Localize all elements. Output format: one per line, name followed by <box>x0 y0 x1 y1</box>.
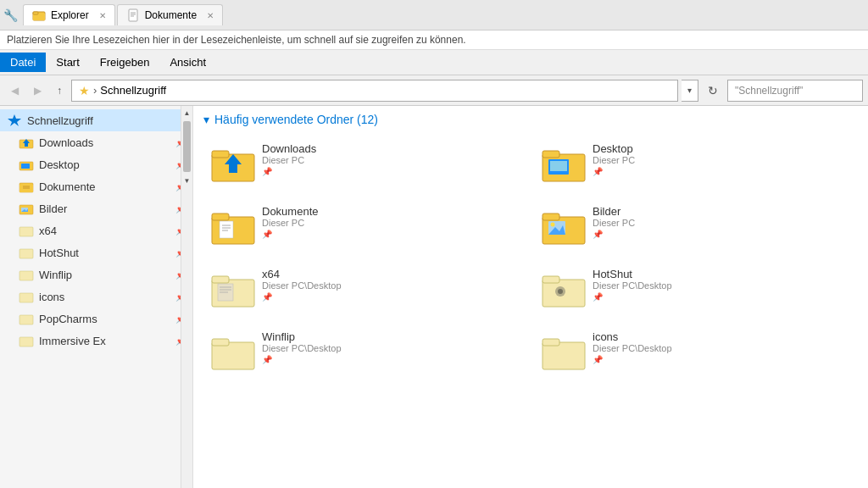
tab-dokumente[interactable]: Dokumente ✕ <box>117 4 223 25</box>
folder-item-winflip[interactable]: Winflip Dieser PC\Desktop 📌 <box>203 324 527 380</box>
folder-bilder-path: Dieser PC <box>593 218 635 228</box>
address-path[interactable]: ★ › Schnellzugriff <box>71 80 678 102</box>
folder-item-dokumente[interactable]: Dokumente Dieser PC 📌 <box>203 199 527 255</box>
folder-icons-icon <box>542 330 586 374</box>
back-button[interactable]: ◀ <box>5 81 25 100</box>
sidebar-item-dokumente[interactable]: Dokumente 📌 <box>0 175 192 197</box>
folder-x64-pin: 📌 <box>262 292 342 302</box>
folder-downloads-path: Dieser PC <box>262 155 316 165</box>
sidebar-item-winflip[interactable]: Winflip 📌 <box>0 263 192 286</box>
menu-start[interactable]: Start <box>46 53 89 72</box>
sidebar-item-hotshut[interactable]: HotShut 📌 <box>0 241 192 263</box>
menu-bar: Datei Start Freigeben Ansicht <box>0 50 868 75</box>
svg-marker-7 <box>8 114 21 126</box>
content-area: ▾ Häufig verwendete Ordner (12) Download… <box>193 106 868 488</box>
menu-freigeben-label: Freigeben <box>100 56 150 69</box>
sidebar-item-downloads[interactable]: Downloads 📌 <box>0 131 192 153</box>
path-separator: › <box>93 84 97 97</box>
svg-rect-24 <box>19 337 33 347</box>
svg-rect-53 <box>212 342 254 369</box>
sidebar-item-schnellzugriff[interactable]: Schnellzugriff <box>0 109 192 131</box>
refresh-button[interactable]: ↻ <box>702 80 724 101</box>
x64-icon <box>19 223 34 238</box>
hotshut-icon <box>19 245 34 260</box>
folder-dokumente-info: Dokumente Dieser PC 📌 <box>262 205 318 239</box>
sidebar-x64-label: x64 <box>39 225 57 237</box>
search-placeholder: "Schnellzugriff" <box>735 85 803 97</box>
sidebar-popcharms-label: PopCharms <box>39 313 97 325</box>
folder-downloads-name: Downloads <box>262 142 316 155</box>
folder-x64-info: x64 Dieser PC\Desktop 📌 <box>262 268 342 302</box>
folder-downloads-pin: 📌 <box>262 167 316 176</box>
folder-icons-info: icons Dieser PC\Desktop 📌 <box>593 330 672 364</box>
folder-item-hotshut[interactable]: HotShut Dieser PC\Desktop 📌 <box>534 262 858 318</box>
sidebar-item-immersive[interactable]: Immersive Ex 📌 <box>0 330 192 352</box>
address-dropdown[interactable]: ▾ <box>682 80 698 102</box>
folder-desktop-path: Dieser PC <box>593 155 635 165</box>
svg-rect-21 <box>19 271 33 280</box>
dokumente-folder-icon <box>19 179 34 194</box>
wrench-icon: 🔧 <box>3 8 18 22</box>
forward-button[interactable]: ▶ <box>28 81 47 100</box>
menu-datei-label: Datei <box>10 56 36 69</box>
folder-icons-name: icons <box>593 330 672 343</box>
tab-dokumente-close[interactable]: ✕ <box>207 11 214 20</box>
folder-icons-path: Dieser PC\Desktop <box>593 343 672 353</box>
folder-downloads-icon <box>211 142 255 186</box>
folder-item-downloads[interactable]: Downloads Dieser PC 📌 <box>203 136 527 192</box>
sidebar-item-icons[interactable]: icons 📌 <box>0 286 192 308</box>
svg-rect-50 <box>542 276 559 283</box>
svg-rect-2 <box>33 12 38 14</box>
folder-item-icons[interactable]: icons Dieser PC\Desktop 📌 <box>534 324 858 380</box>
folder-bilder-name: Bilder <box>593 205 635 218</box>
svg-rect-11 <box>21 164 30 169</box>
svg-rect-33 <box>212 214 229 220</box>
folder-x64-path: Dieser PC\Desktop <box>262 280 342 291</box>
folder-desktop-name: Desktop <box>593 142 635 155</box>
sidebar-item-bilder[interactable]: Bilder 📌 <box>0 197 192 219</box>
scroll-down-button[interactable]: ▼ <box>181 174 192 187</box>
folder-bilder-icon <box>542 205 586 249</box>
scroll-up-button[interactable]: ▲ <box>181 106 192 119</box>
up-button[interactable]: ↑ <box>51 81 68 100</box>
svg-point-52 <box>558 289 563 294</box>
folder-x64-name: x64 <box>262 268 342 280</box>
search-box[interactable]: "Schnellzugriff" <box>727 80 863 102</box>
sidebar-item-x64[interactable]: x64 📌 <box>0 219 192 241</box>
folder-hotshut-pin: 📌 <box>593 292 672 302</box>
folder-desktop-pin: 📌 <box>593 167 635 176</box>
sidebar-scrollbar[interactable]: ▲ ▼ <box>181 106 192 488</box>
sidebar-schnellzugriff-label: Schnellzugriff <box>27 114 93 127</box>
folder-item-x64[interactable]: x64 Dieser PC\Desktop 📌 <box>203 262 527 318</box>
svg-rect-34 <box>220 221 233 238</box>
menu-datei[interactable]: Datei <box>0 53 46 72</box>
sidebar-item-popcharms[interactable]: PopCharms 📌 <box>0 308 192 330</box>
folder-winflip-info: Winflip Dieser PC\Desktop 📌 <box>262 330 342 364</box>
menu-start-label: Start <box>56 56 79 69</box>
folder-dokumente-path: Dieser PC <box>262 218 318 228</box>
sidebar-desktop-label: Desktop <box>39 158 80 171</box>
folder-hotshut-name: HotShut <box>593 268 672 280</box>
folder-item-bilder[interactable]: Bilder Dieser PC 📌 <box>534 199 858 255</box>
downloads-icon <box>19 135 34 150</box>
folder-desktop-icon <box>542 142 586 186</box>
sidebar-item-desktop[interactable]: Desktop 📌 <box>0 153 192 175</box>
folder-item-desktop[interactable]: Desktop Dieser PC 📌 <box>534 136 858 192</box>
scroll-thumb[interactable] <box>183 121 191 172</box>
popcharms-icon <box>19 311 34 326</box>
sidebar-downloads-label: Downloads <box>39 136 93 149</box>
svg-rect-39 <box>542 214 559 220</box>
title-bar: 🔧 Explorer ✕ Dokumente ✕ <box>0 0 868 30</box>
address-bar: ◀ ▶ ↑ ★ › Schnellzugriff ▾ ↻ "Schnellzug… <box>0 75 868 106</box>
menu-ansicht[interactable]: Ansicht <box>159 53 216 72</box>
tab-explorer[interactable]: Explorer ✕ <box>23 4 115 25</box>
immersive-icon <box>19 333 34 348</box>
svg-rect-3 <box>129 9 137 21</box>
menu-freigeben[interactable]: Freigeben <box>90 53 160 72</box>
folder-dokumente-name: Dokumente <box>262 205 318 218</box>
sidebar: Schnellzugriff Downloads 📌 Desktop <box>0 106 193 488</box>
sidebar-dokumente-label: Dokumente <box>39 180 95 193</box>
tab-explorer-close[interactable]: ✕ <box>99 11 106 20</box>
svg-rect-31 <box>550 161 567 171</box>
svg-rect-55 <box>542 342 585 369</box>
